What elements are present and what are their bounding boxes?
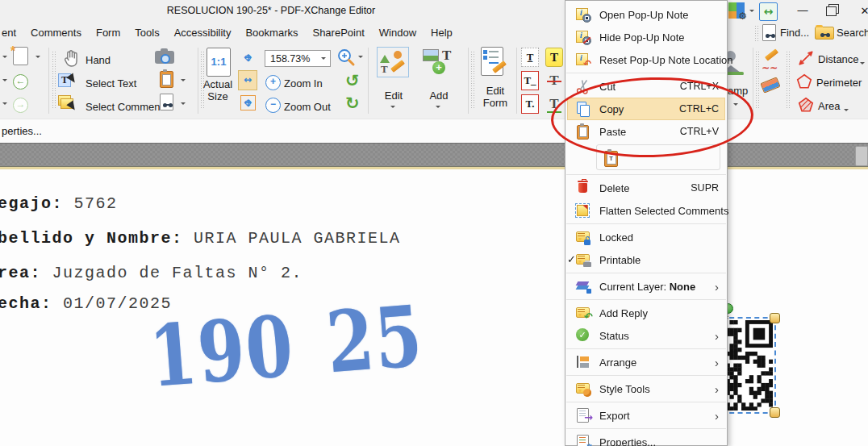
highlight-text-icon[interactable]: T	[545, 48, 563, 67]
zoom-out-label[interactable]: Zoom Out	[284, 101, 331, 113]
zoom-tool-icon[interactable]	[336, 47, 357, 68]
paste-tool-icon[interactable]	[158, 69, 176, 90]
go-back-icon[interactable]: ←	[13, 74, 28, 90]
menu-help[interactable]: Help	[424, 22, 460, 44]
edit-form-label[interactable]: EditForm	[471, 85, 520, 109]
toolbar-grip[interactable]	[786, 51, 790, 109]
distance-label[interactable]: Distance	[818, 53, 859, 65]
chevron-down-icon[interactable]	[358, 56, 363, 58]
text-box-tool-icon[interactable]: T_	[521, 71, 539, 90]
menu-tools[interactable]: Tools	[127, 22, 166, 44]
chevron-down-icon[interactable]	[2, 79, 7, 81]
menu-item-hide-popup-note[interactable]: i Hide Pop-Up Note	[565, 26, 727, 48]
edit-content-icon[interactable]: T	[378, 48, 408, 77]
menu-item-properties[interactable]: ⚙ Properties...	[565, 431, 727, 446]
menu-item-export[interactable]: → Export ›	[565, 404, 727, 427]
typewriter-tool-icon[interactable]: T̲	[521, 48, 539, 67]
select-text-icon[interactable]: T	[58, 71, 82, 90]
chevron-down-icon[interactable]	[436, 106, 440, 108]
scrollbar-thumb[interactable]	[855, 146, 868, 166]
select-comments-icon[interactable]	[56, 94, 81, 115]
chevron-down-icon[interactable]	[733, 103, 738, 106]
actual-size-label[interactable]: ActualSize	[194, 78, 242, 102]
search-label[interactable]: Search	[837, 27, 868, 39]
eraser-icon[interactable]	[760, 77, 780, 93]
hand-tool-label[interactable]: Hand	[86, 54, 111, 66]
chevron-down-icon[interactable]	[181, 102, 186, 105]
menu-document-partial[interactable]: ent	[0, 22, 23, 44]
edit-label[interactable]: Edit	[369, 90, 418, 102]
resize-handle-tr[interactable]	[770, 313, 780, 323]
fit-width-icon[interactable]: ↔	[238, 70, 257, 90]
menu-item-delete[interactable]: Delete SUPR	[565, 177, 727, 199]
menu-item-add-reply[interactable]: ↶ Add Reply	[565, 302, 727, 324]
new-document-icon[interactable]	[13, 47, 28, 65]
zoom-out-icon[interactable]: −	[265, 98, 281, 113]
select-comments-label[interactable]: Select Comments	[86, 101, 169, 113]
hand-tool-icon[interactable]	[61, 48, 82, 69]
full-screen-icon[interactable]: ↔	[759, 2, 778, 21]
snapshot-camera-icon[interactable]	[155, 48, 176, 67]
edit-form-icon[interactable]	[481, 47, 510, 79]
chevron-down-icon[interactable]	[181, 79, 186, 81]
menu-bookmarks[interactable]: Bookmarks	[238, 22, 305, 44]
strikeout-text-icon[interactable]: T	[547, 73, 561, 89]
menu-comments[interactable]: Comments	[23, 22, 89, 44]
menu-item-style-tools[interactable]: Style Tools ›	[565, 377, 727, 400]
menu-form[interactable]: Form	[89, 22, 127, 44]
add-label[interactable]: Add	[415, 90, 463, 102]
chevron-down-icon[interactable]	[844, 109, 849, 111]
chevron-down-icon[interactable]	[860, 62, 865, 65]
go-forward-icon[interactable]: →	[13, 98, 28, 113]
distance-tool-icon[interactable]	[797, 49, 815, 67]
properties-partial-label[interactable]: perties...	[2, 125, 42, 137]
chevron-down-icon[interactable]	[2, 56, 7, 58]
chevron-down-icon[interactable]	[749, 10, 754, 12]
fit-page-icon[interactable]: ↔↔	[238, 48, 257, 68]
menu-item-copy[interactable]: Copy CTRL+C	[567, 98, 725, 120]
perimeter-tool-icon[interactable]	[795, 73, 813, 90]
menu-sharepoint[interactable]: SharePoint	[305, 22, 371, 44]
menu-window[interactable]: Window	[372, 22, 424, 44]
chevron-down-icon[interactable]	[35, 56, 40, 58]
close-button[interactable]: ✕	[860, 5, 868, 17]
add-content-icon[interactable]: T +	[423, 48, 455, 77]
zoom-in-label[interactable]: Zoom In	[284, 77, 323, 90]
toolbar-grip[interactable]	[52, 51, 56, 109]
menu-item-reset-popup-note-location[interactable]: i↶ Reset Pop-Up Note Location	[565, 48, 727, 71]
menu-item-printable[interactable]: ✓ Printable	[565, 248, 727, 271]
actual-size-icon[interactable]: 1:1	[207, 48, 231, 77]
search-comments-icon[interactable]	[160, 94, 173, 110]
stamp-label-partial[interactable]: amp	[728, 85, 748, 97]
menu-item-locked[interactable]: Locked	[565, 226, 727, 248]
menu-item-current-layer[interactable]: Current Layer: None ›	[565, 275, 727, 298]
underline-text-icon[interactable]: T	[547, 96, 561, 112]
restore-button[interactable]	[826, 6, 837, 16]
find-label[interactable]: Find...	[780, 27, 809, 39]
pencil-annotation-icon[interactable]: ∼∼	[762, 49, 782, 70]
menu-item-status[interactable]: ✓ Status ›	[565, 324, 727, 347]
zoom-in-icon[interactable]: +	[265, 75, 281, 90]
toolbar-grip[interactable]	[755, 51, 759, 109]
menu-item-paste[interactable]: Paste CTRL+V	[565, 120, 727, 143]
menu-item-arrange[interactable]: Arrange ›	[565, 351, 727, 373]
launch-application-icon[interactable]: ⚙	[728, 2, 745, 19]
menu-accessibility[interactable]: Accessibility	[167, 22, 239, 44]
area-label[interactable]: Area	[818, 100, 840, 112]
chevron-down-icon[interactable]	[2, 102, 7, 105]
minimize-button[interactable]: —	[792, 4, 813, 16]
area-tool-icon[interactable]	[797, 96, 815, 114]
select-text-label[interactable]: Select Text	[86, 77, 136, 90]
find-icon[interactable]	[762, 24, 776, 41]
menu-item-cut[interactable]: Cut CTRL+X	[565, 75, 727, 98]
resize-handle-br[interactable]	[770, 407, 780, 418]
search-icon[interactable]	[815, 27, 834, 40]
chevron-down-icon[interactable]	[321, 57, 326, 60]
callout-tool-icon[interactable]: T.	[521, 94, 539, 114]
toolbar-grip[interactable]	[754, 25, 758, 41]
rotate-ccw-icon[interactable]: ↺	[345, 71, 360, 90]
menu-item-open-popup-note[interactable]: i Open Pop-Up Note	[565, 3, 727, 26]
menu-item-flatten-selected-comments[interactable]: Flatten Selected Comments	[565, 199, 727, 222]
paste-special-icon[interactable]: T	[603, 149, 619, 165]
rotate-cw-icon[interactable]: ↻	[345, 94, 360, 113]
